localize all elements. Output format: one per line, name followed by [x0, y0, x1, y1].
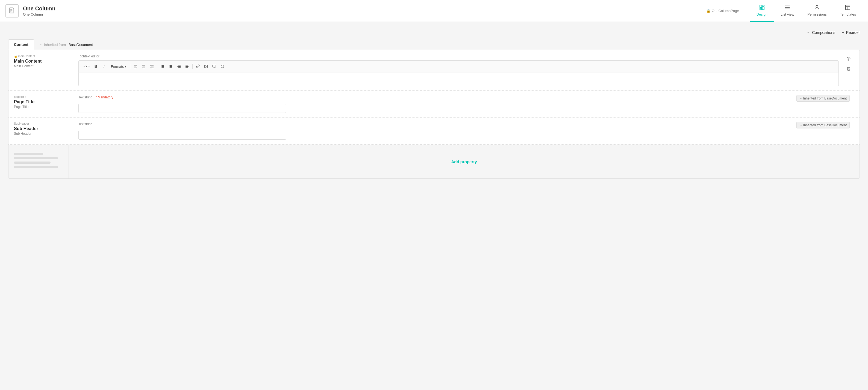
toolbar-media-btn[interactable]: [211, 63, 218, 70]
inherited-from-link[interactable]: BaseDocument: [69, 42, 93, 47]
skeleton-2: [14, 157, 58, 159]
svg-rect-22: [143, 68, 145, 68]
inherited-badge-sub-header: Inherited from BaseDocument: [797, 122, 850, 128]
toolbar-extra-settings-btn[interactable]: [219, 63, 226, 70]
toolbar-bold-btn[interactable]: B: [92, 63, 99, 70]
page-title-input[interactable]: [79, 104, 286, 113]
prop-name-sub-header: Sub Header: [14, 126, 69, 131]
svg-rect-36: [170, 66, 173, 67]
svg-marker-46: [188, 66, 189, 67]
nav-permissions-label: Permissions: [807, 12, 827, 17]
page-title-editor-col: Textstring * Mandatory Inherited from Ba…: [74, 95, 854, 113]
lock-icon: 🔒: [706, 9, 711, 13]
svg-rect-17: [134, 67, 137, 67]
svg-rect-28: [162, 65, 164, 66]
svg-point-53: [848, 58, 849, 59]
mandatory-label: * Mandatory: [96, 95, 113, 99]
header-title-group: One Column One Column: [23, 5, 706, 17]
richtext-body[interactable]: [79, 72, 839, 86]
separator-1: [130, 64, 130, 69]
svg-rect-6: [762, 7, 764, 9]
skeleton-3: [14, 161, 51, 164]
header: One Column One Column 🔒 OneColumnPage De…: [0, 0, 868, 22]
nav-templates[interactable]: Templates: [833, 0, 863, 22]
document-icon: [5, 4, 19, 18]
permissions-icon: [814, 4, 820, 11]
reorder-label: Reorder: [846, 30, 860, 35]
toolbar-align-right-btn[interactable]: [148, 63, 155, 70]
editor-type-page-title: Textstring * Mandatory: [79, 95, 113, 99]
svg-rect-4: [760, 5, 762, 8]
header-nav: Design List view Permissions: [750, 0, 863, 22]
svg-rect-25: [150, 67, 154, 67]
svg-rect-20: [143, 66, 145, 66]
lock-small-icon: 🔒: [14, 55, 17, 58]
prop-label-sub-header: SubHeader Sub Header Sub Header: [14, 122, 74, 136]
prop-alias-main-content: 🔒 mainContent: [14, 54, 69, 58]
toolbar-align-center-btn[interactable]: [140, 63, 147, 70]
toolbar-link-btn[interactable]: [194, 63, 202, 70]
compositions-button[interactable]: Compositions: [807, 30, 835, 35]
skeleton-1: [14, 153, 43, 155]
alias-text: OneColumnPage: [712, 9, 739, 13]
toolbar-image-btn[interactable]: [203, 63, 210, 70]
svg-rect-30: [162, 66, 164, 67]
svg-rect-45: [186, 67, 188, 68]
svg-text:3.: 3.: [169, 67, 170, 68]
prop-label-page-title: pageTitle Page Title Page Title: [14, 95, 74, 109]
sub-header-input[interactable]: [79, 131, 286, 140]
separator-3: [192, 64, 193, 69]
toolbar-outdent-btn[interactable]: [176, 63, 183, 70]
property-main-content: 🔒 mainContent Main Content Main Content …: [8, 50, 860, 91]
formats-chevron-icon: ▾: [125, 65, 126, 68]
toolbar-formats-btn[interactable]: Formats ▾: [109, 63, 129, 70]
toolbar-numbered-list-btn[interactable]: 1.2.3.: [167, 63, 174, 70]
sub-header-editor-col: Textstring Inherited from BaseDocument: [74, 122, 854, 140]
reorder-button[interactable]: + Reorder: [842, 30, 860, 35]
svg-rect-39: [178, 65, 181, 66]
svg-rect-43: [186, 65, 188, 66]
svg-rect-40: [178, 66, 181, 67]
tab-content[interactable]: Content: [8, 39, 34, 50]
richtext-toolbar: </> B I Formats ▾: [79, 60, 839, 72]
editor-type-richtext: Richtext editor: [79, 54, 839, 58]
svg-rect-15: [134, 65, 137, 66]
delete-button[interactable]: [845, 65, 852, 73]
separator-2: [157, 64, 157, 69]
svg-marker-42: [177, 66, 178, 67]
prop-desc-main-content: Main Content: [14, 64, 69, 68]
inherited-badge-page-title: Inherited from BaseDocument: [797, 95, 850, 102]
prop-name-page-title: Page Title: [14, 99, 69, 104]
svg-rect-19: [142, 65, 145, 66]
toolbar-code-btn[interactable]: </>: [82, 63, 91, 70]
inherited-prefix: Inherited from: [44, 42, 66, 47]
svg-point-48: [205, 66, 206, 66]
toolbar-indent-btn[interactable]: [184, 63, 191, 70]
nav-permissions[interactable]: Permissions: [801, 0, 833, 22]
header-alias: 🔒 OneColumnPage: [706, 9, 739, 13]
toolbar-align-left-btn[interactable]: [132, 63, 139, 70]
page-title: One Column: [23, 5, 706, 12]
svg-rect-5: [762, 5, 764, 6]
toolbar-italic-btn[interactable]: I: [100, 63, 107, 70]
svg-point-27: [161, 65, 162, 66]
toolbar-bullet-list-btn[interactable]: [159, 63, 166, 70]
nav-list-view-label: List view: [781, 12, 794, 17]
svg-rect-44: [186, 66, 188, 67]
svg-rect-41: [178, 67, 181, 68]
svg-rect-16: [134, 66, 136, 66]
page-subtitle: One Column: [23, 12, 706, 17]
nav-templates-label: Templates: [840, 12, 856, 17]
nav-list-view[interactable]: List view: [774, 0, 801, 22]
prop-alias-sub-header: SubHeader: [14, 122, 69, 125]
list-view-icon: [784, 4, 790, 11]
add-property-button[interactable]: Add property: [451, 159, 477, 164]
prop-name-main-content: Main Content: [14, 59, 69, 64]
add-property-row: Add property: [8, 144, 860, 178]
nav-design[interactable]: Design: [750, 0, 774, 22]
templates-icon: [845, 4, 851, 11]
settings-button[interactable]: [845, 56, 852, 63]
property-page-title: pageTitle Page Title Page Title Textstri…: [8, 91, 860, 118]
svg-rect-24: [151, 66, 154, 66]
svg-point-31: [161, 67, 162, 68]
